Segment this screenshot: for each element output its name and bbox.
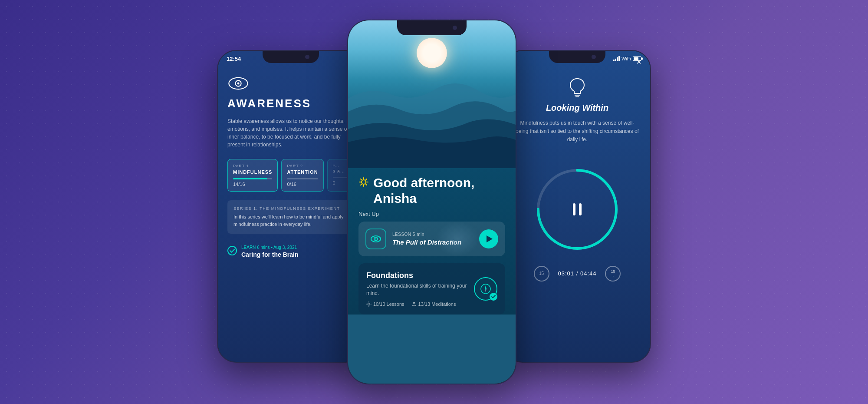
part-1-progress-fill [233, 178, 267, 179]
svg-line-11 [366, 179, 367, 180]
part-card-2[interactable]: PART 2 ATTENTION 0/16 [281, 159, 323, 192]
looking-within-title: Looking Within [514, 103, 641, 113]
right-screen: WiFi × [504, 51, 650, 362]
foundations-title: Foundations [366, 271, 468, 280]
part-1-progress-bar [233, 178, 272, 179]
play-button[interactable] [479, 229, 498, 248]
part-2-name: ATTENTION [287, 169, 318, 175]
eye-icon [227, 77, 249, 90]
part-2-count: 0/16 [287, 182, 318, 187]
ocean-background [348, 20, 516, 168]
lessons-stat: 10/10 Lessons [366, 301, 404, 307]
part-3-label: P... [333, 164, 349, 168]
looking-desc: Mindfulness puts us in touch with a sens… [514, 119, 641, 144]
learn-title: Caring for the Brain [241, 251, 298, 258]
pause-icon [573, 203, 582, 215]
time-display: 03:01 / 04:44 [558, 270, 597, 277]
part-1-label: PART 1 [233, 164, 272, 168]
foundations-stats: 10/10 Lessons 13/13 Meditations [366, 301, 468, 307]
part-card-1[interactable]: PART 1 MINDFULNESS 14/16 [227, 159, 278, 192]
svg-point-3 [362, 180, 366, 184]
foundations-info: Foundations Learn the foundational skill… [366, 271, 468, 307]
right-content: Looking Within Mindfulness puts us in to… [504, 68, 650, 299]
right-phone: WiFi × [503, 50, 651, 363]
center-screen: Good afternoon, Anisha Next Up [348, 20, 516, 384]
svg-line-10 [361, 184, 362, 185]
part-3-progress-bar [333, 177, 349, 178]
phones-container: 12:54 AWARENESS [195, 15, 673, 389]
sun-icon [358, 177, 369, 189]
center-phone: Good afternoon, Anisha Next Up [347, 20, 516, 384]
svg-line-9 [366, 184, 367, 185]
center-notch-camera [453, 26, 457, 30]
foundations-desc: Learn the foundational skills of trainin… [366, 282, 468, 297]
wifi-icon: WiFi [621, 56, 631, 61]
part-2-label: PART 2 [287, 164, 318, 168]
svg-point-15 [368, 303, 370, 305]
next-up-label: Next Up [358, 211, 505, 217]
awareness-title: AWARENESS [227, 97, 354, 110]
play-triangle-icon [487, 235, 493, 242]
sun-small-icon [366, 301, 372, 307]
meditations-stat: 13/13 Meditations [411, 301, 456, 307]
learn-item-info: LEARN 6 mins • Aug 3, 2021 Caring for th… [241, 245, 298, 258]
circular-progress [534, 166, 621, 253]
parts-row: PART 1 MINDFULNESS 14/16 PART 2 ATTENTIO… [227, 159, 354, 192]
svg-point-2 [237, 83, 240, 85]
greeting-text: Good afternoon, Anisha [373, 175, 474, 206]
player-area: 15 03:01 / 04:44 15 ↓ [514, 157, 641, 290]
compass-check-icon [490, 293, 497, 301]
part-3-count: 0 [333, 180, 349, 185]
lesson-eye-icon [365, 228, 386, 249]
center-content: Good afternoon, Anisha Next Up [348, 168, 516, 315]
compass-icon-wrap [474, 277, 497, 301]
learn-item[interactable]: LEARN 6 mins • Aug 3, 2021 Caring for th… [227, 241, 354, 258]
part-3-name: S A... [333, 169, 349, 173]
greeting-section: Good afternoon, Anisha [358, 168, 505, 211]
hero-image [348, 20, 516, 168]
lesson-card[interactable]: LESSON 5 min The Pull of Distraction [358, 222, 505, 256]
compass-icon [480, 283, 492, 295]
check-icon [227, 246, 237, 255]
skip-back-button[interactable]: 15 [534, 266, 549, 281]
left-time: 12:54 [227, 56, 241, 62]
person-icon [411, 301, 417, 307]
signal-bars-icon [613, 56, 620, 61]
left-phone: 12:54 AWARENESS [217, 50, 365, 363]
svg-point-14 [375, 238, 377, 240]
right-notch [549, 51, 605, 63]
svg-line-8 [361, 179, 362, 180]
part-2-progress-bar [287, 178, 318, 179]
series-label: SERIES 1: THE MINDFULNESS EXPERIMENT [233, 206, 348, 211]
time-row: 15 03:01 / 04:44 15 ↓ [534, 266, 621, 281]
svg-point-20 [413, 302, 415, 304]
left-screen: 12:54 AWARENESS [218, 51, 364, 362]
lightbulb-icon [569, 77, 586, 99]
pause-button[interactable] [573, 203, 582, 215]
series-desc: In this series we'll learn how to be min… [233, 213, 348, 228]
left-content: AWARENESS Stable awareness allows us to … [218, 68, 364, 267]
learn-meta: LEARN 6 mins • Aug 3, 2021 [241, 245, 298, 250]
bulb-icon-area [514, 77, 641, 99]
part-1-name: MINDFULNESS [233, 169, 272, 175]
close-button[interactable]: × [636, 57, 641, 67]
left-notch [263, 51, 319, 63]
center-notch [397, 20, 467, 35]
skip-forward-button[interactable]: 15 ↓ [605, 266, 621, 281]
waves-svg [348, 46, 516, 168]
lesson-overlay [436, 222, 479, 256]
right-notch-camera [592, 55, 596, 59]
awareness-desc: Stable awareness allows us to notice our… [227, 117, 354, 149]
foundations-card[interactable]: Foundations Learn the foundational skill… [358, 263, 505, 315]
notch-camera [305, 55, 309, 59]
series-card: SERIES 1: THE MINDFULNESS EXPERIMENT In … [227, 200, 354, 234]
part-1-count: 14/16 [233, 182, 272, 187]
